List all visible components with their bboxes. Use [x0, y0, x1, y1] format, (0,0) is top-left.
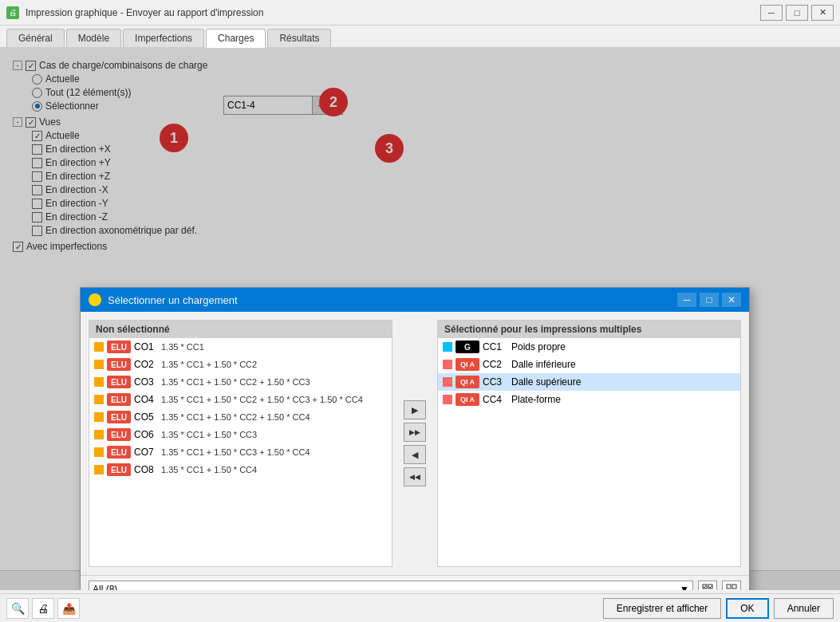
toolbar-right: Enregistrer et afficher OK Annuler	[603, 598, 834, 619]
desc-cc2: Dalle inférieure	[511, 359, 576, 370]
code-co4: CO4	[134, 394, 158, 405]
toolbar-left: 🔍 🖨 📤	[6, 598, 80, 619]
list-item-co7[interactable]: ELU CO7 1.35 * CC1 + 1.50 * CC3 + 1.50 *…	[89, 443, 392, 461]
modal-icon: ⚡	[89, 293, 101, 306]
code-co3: CO3	[134, 376, 158, 388]
toolbar-icon-print[interactable]: 🖨	[32, 598, 54, 619]
tag-co7: ELU	[107, 446, 131, 459]
title-bar-controls: ─ □ ✕	[760, 5, 834, 21]
tab-modele[interactable]: Modèle	[66, 29, 121, 47]
list-item-co5[interactable]: ELU CO5 1.35 * CC1 + 1.50 * CC2 + 1.50 *…	[89, 408, 392, 426]
list-item-co8[interactable]: ELU CO8 1.35 * CC1 + 1.50 * CC4	[89, 461, 392, 478]
ok-button[interactable]: OK	[726, 598, 768, 619]
desc-cc1: Poids propre	[511, 341, 566, 352]
code-co1: CO1	[134, 341, 158, 352]
code-cc1: CC1	[483, 341, 508, 352]
app-icon: 🖨	[6, 6, 19, 19]
tag-cc3: QI A	[455, 376, 479, 388]
transfer-double-right-button[interactable]: ▶▶	[404, 423, 426, 442]
code-cc3: CC3	[483, 376, 508, 388]
color-block-co3	[94, 377, 104, 387]
tag-co8: ELU	[107, 463, 131, 476]
tag-co3: ELU	[107, 376, 131, 388]
formula-co8: 1.35 * CC1 + 1.50 * CC4	[161, 465, 257, 474]
color-block-cc2	[443, 360, 452, 369]
right-panel-content: G CC1 Poids propre QI A CC2 Dalle inféri…	[438, 338, 740, 566]
list-item-co1[interactable]: ELU CO1 1.35 * CC1	[89, 338, 392, 356]
window-title: Impression graphique - Envoyer au rappor…	[26, 7, 263, 18]
select-all-button[interactable]	[698, 581, 717, 590]
toolbar-icon-export[interactable]: 📤	[57, 598, 80, 619]
minimize-button[interactable]: ─	[760, 5, 783, 21]
modal-close-button[interactable]: ✕	[722, 293, 741, 307]
formula-co7: 1.35 * CC1 + 1.50 * CC3 + 1.50 * CC4	[161, 447, 310, 457]
toolbar-icon-search[interactable]: 🔍	[6, 598, 29, 619]
color-block-co2	[94, 360, 104, 369]
maximize-button[interactable]: □	[786, 5, 808, 21]
tab-charges[interactable]: Charges	[206, 29, 266, 48]
code-co6: CO6	[134, 429, 158, 440]
svg-rect-2	[727, 585, 731, 589]
desc-cc3: Dalle supérieure	[511, 376, 581, 388]
transfer-single-right-button[interactable]: ▶	[404, 400, 426, 419]
modal-maximize-button[interactable]: □	[700, 293, 719, 307]
modal-minimize-button[interactable]: ─	[677, 293, 696, 307]
main-content: - Cas de charge/combinaisons de charge A…	[0, 48, 840, 590]
formula-co4: 1.35 * CC1 + 1.50 * CC2 + 1.50 * CC3 + 1…	[161, 395, 363, 404]
tag-co1: ELU	[107, 341, 131, 353]
all-dropdown-label: All (8)	[93, 584, 117, 590]
enregistrer-button[interactable]: Enregistrer et afficher	[603, 598, 722, 619]
list-item-cc4[interactable]: QI A CC4 Plate-forme	[438, 391, 740, 408]
transfer-single-left-button[interactable]: ◀	[404, 445, 426, 464]
tab-resultats[interactable]: Résultats	[267, 29, 331, 47]
close-button[interactable]: ✕	[811, 5, 834, 21]
transfer-double-left-button[interactable]: ◀◀	[404, 467, 426, 486]
chevron-down-icon: ▼	[680, 584, 689, 590]
modal-controls: ─ □ ✕	[677, 293, 741, 307]
tag-co5: ELU	[107, 411, 131, 423]
modal-title-left: ⚡ Sélectionner un chargement	[89, 293, 238, 306]
list-item-cc2[interactable]: QI A CC2 Dalle inférieure	[438, 356, 740, 373]
list-item-cc1[interactable]: G CC1 Poids propre	[438, 338, 740, 356]
modal-right-panel: Sélectionné pour les impressions multipl…	[437, 320, 741, 567]
modal-body: Non sélectionné ELU CO1 1.35 * CC1 ELU C…	[81, 312, 749, 575]
color-block-co8	[94, 465, 104, 474]
formula-co6: 1.35 * CC1 + 1.50 * CC3	[161, 430, 257, 439]
tab-imperfections[interactable]: Imperfections	[123, 29, 204, 47]
modal-title-bar: ⚡ Sélectionner un chargement ─ □ ✕	[81, 288, 749, 312]
formula-co5: 1.35 * CC1 + 1.50 * CC2 + 1.50 * CC4	[161, 412, 310, 422]
annuler-button[interactable]: Annuler	[774, 598, 834, 619]
tab-general[interactable]: Général	[6, 29, 65, 47]
check-all-icon	[702, 584, 713, 590]
color-block-co7	[94, 447, 104, 457]
code-co5: CO5	[134, 411, 158, 423]
formula-co2: 1.35 * CC1 + 1.50 * CC2	[161, 360, 257, 369]
modal-dialog: ⚡ Sélectionner un chargement ─ □ ✕ Non s…	[80, 287, 750, 590]
code-co7: CO7	[134, 447, 158, 458]
svg-rect-3	[732, 585, 736, 589]
tag-co2: ELU	[107, 358, 131, 371]
uncheck-all-icon	[726, 584, 737, 590]
color-block-cc3	[443, 377, 452, 387]
tab-bar: Général Modèle Imperfections Charges Rés…	[0, 26, 840, 48]
tag-cc1: G	[455, 341, 479, 353]
list-item-cc3[interactable]: QI A CC3 Dalle supérieure	[438, 373, 740, 391]
list-item-co4[interactable]: ELU CO4 1.35 * CC1 + 1.50 * CC2 + 1.50 *…	[89, 391, 392, 408]
code-cc2: CC2	[483, 359, 508, 370]
deselect-all-button[interactable]	[722, 581, 741, 590]
all-dropdown[interactable]: All (8) ▼	[89, 581, 693, 590]
app-toolbar: 🔍 🖨 📤 Enregistrer et afficher OK Annuler	[0, 593, 840, 622]
list-item-co3[interactable]: ELU CO3 1.35 * CC1 + 1.50 * CC2 + 1.50 *…	[89, 373, 392, 391]
tag-co4: ELU	[107, 393, 131, 406]
modal-bottom-toolbar: All (8) ▼	[81, 575, 749, 590]
list-item-co6[interactable]: ELU CO6 1.35 * CC1 + 1.50 * CC3	[89, 426, 392, 443]
code-co2: CO2	[134, 359, 158, 370]
left-panel-header: Non sélectionné	[89, 321, 392, 338]
code-cc4: CC4	[483, 394, 508, 405]
desc-cc4: Plate-forme	[511, 394, 561, 405]
code-co8: CO8	[134, 464, 158, 475]
list-item-co2[interactable]: ELU CO2 1.35 * CC1 + 1.50 * CC2	[89, 356, 392, 373]
modal-left-panel: Non sélectionné ELU CO1 1.35 * CC1 ELU C…	[89, 320, 392, 567]
color-block-cc4	[443, 395, 452, 404]
title-bar-left: 🖨 Impression graphique - Envoyer au rapp…	[6, 6, 263, 19]
